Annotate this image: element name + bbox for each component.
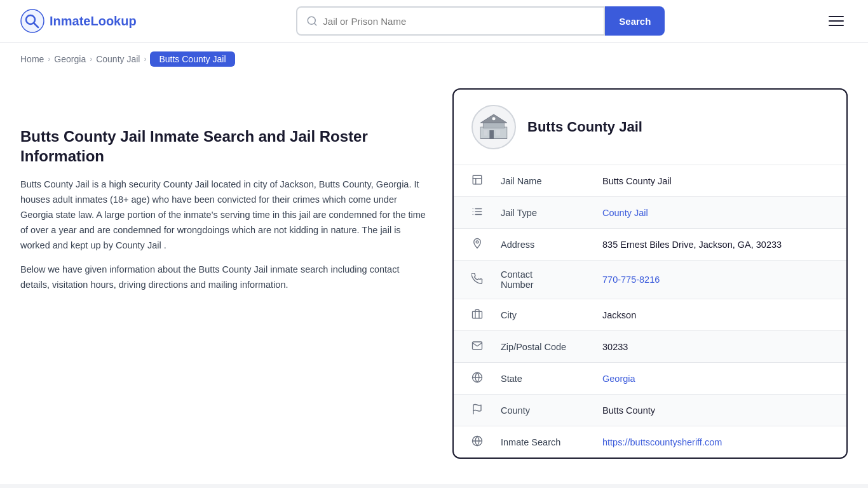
inmate-search-link[interactable]: https://buttscountysheriff.com	[602, 437, 722, 447]
inmate-search-label: Inmate Search	[483, 426, 585, 458]
breadcrumb-current: Butts County Jail	[150, 51, 234, 67]
logo-icon	[20, 9, 44, 33]
header: InmateLookup Search	[0, 0, 868, 43]
svg-rect-8	[489, 130, 494, 139]
info-card-title: Butts County Jail	[527, 119, 642, 135]
flag-icon	[471, 403, 483, 415]
svg-rect-13	[473, 175, 482, 184]
main-container: Butts County Jail Inmate Search and Jail…	[0, 76, 868, 484]
description-paragraph-2: Below we have given information about th…	[20, 262, 427, 293]
table-row: Address 835 Ernest Biles Drive, Jackson,…	[454, 229, 846, 261]
location-icon	[471, 238, 483, 249]
county-label: County	[483, 395, 585, 426]
mail-icon	[471, 340, 483, 351]
breadcrumb-chevron-3: ›	[144, 55, 146, 64]
search-area: Search	[296, 6, 665, 36]
hamburger-line-3	[829, 25, 844, 26]
state-label: State	[483, 363, 585, 395]
address-icon-cell	[454, 229, 483, 261]
svg-point-0	[21, 10, 44, 32]
address-value: 835 Ernest Biles Drive, Jackson, GA, 302…	[585, 229, 846, 261]
breadcrumb-chevron-1: ›	[48, 55, 50, 64]
table-row: State Georgia	[454, 363, 846, 395]
hamburger-line-2	[829, 20, 844, 22]
breadcrumb-county-jail[interactable]: County Jail	[96, 54, 140, 64]
table-row: Zip/Postal Code 30233	[454, 331, 846, 363]
info-card: Butts County Jail Jail Name Butts County…	[452, 88, 848, 459]
county-value: Butts County	[585, 395, 846, 426]
jail-avatar	[471, 105, 516, 149]
city-label: City	[483, 299, 585, 331]
jail-type-link[interactable]: County Jail	[602, 208, 648, 218]
state-value: Georgia	[585, 363, 846, 395]
table-row: Jail Type County Jail	[454, 197, 846, 229]
footer-bar	[0, 484, 868, 488]
svg-rect-6	[483, 123, 504, 128]
jail-type-value: County Jail	[585, 197, 846, 229]
city-icon	[471, 308, 483, 320]
building-icon	[471, 174, 483, 186]
zip-icon-cell	[454, 331, 483, 363]
zip-value: 30233	[585, 331, 846, 363]
phone-link[interactable]: 770-775-8216	[602, 274, 660, 285]
svg-rect-10	[484, 130, 487, 135]
hamburger-line-1	[829, 16, 844, 17]
breadcrumb-georgia[interactable]: Georgia	[54, 54, 86, 64]
contact-label: Contact Number	[483, 261, 585, 299]
courthouse-icon	[478, 111, 510, 143]
inmate-search-value: https://buttscountysheriff.com	[585, 426, 846, 458]
svg-line-4	[315, 23, 316, 25]
svg-rect-9	[496, 130, 500, 135]
web-icon	[471, 435, 483, 447]
info-table: Jail Name Butts County Jail Jail Type	[454, 165, 846, 458]
table-row: Inmate Search https://buttscountysheriff…	[454, 426, 846, 458]
jail-type-icon-cell	[454, 197, 483, 229]
logo-text: InmateLookup	[50, 14, 137, 29]
svg-rect-23	[473, 311, 482, 318]
table-row: Contact Number 770-775-8216	[454, 261, 846, 299]
breadcrumb-chevron-2: ›	[90, 55, 92, 64]
svg-point-22	[476, 241, 478, 243]
logo-link[interactable]: InmateLookup	[20, 9, 137, 33]
inmate-search-icon-cell	[454, 426, 483, 458]
info-card-header: Butts County Jail	[454, 90, 846, 165]
jail-name-label: Jail Name	[483, 165, 585, 197]
zip-label: Zip/Postal Code	[483, 331, 585, 363]
table-row: Jail Name Butts County Jail	[454, 165, 846, 197]
state-link[interactable]: Georgia	[602, 374, 635, 384]
address-label: Address	[483, 229, 585, 261]
page-title: Butts County Jail Inmate Search and Jail…	[20, 126, 427, 166]
city-value: Jackson	[585, 299, 846, 331]
search-wrapper	[296, 6, 605, 36]
globe-icon	[471, 372, 483, 383]
list-icon	[471, 206, 483, 217]
description-paragraph-1: Butts County Jail is a high security Cou…	[20, 177, 427, 254]
table-row: County Butts County	[454, 395, 846, 426]
hamburger-menu-button[interactable]	[825, 12, 848, 30]
left-panel: Butts County Jail Inmate Search and Jail…	[20, 88, 427, 459]
breadcrumb: Home › Georgia › County Jail › Butts Cou…	[0, 43, 868, 76]
breadcrumb-home[interactable]: Home	[20, 54, 44, 64]
jail-name-icon-cell	[454, 165, 483, 197]
county-icon-cell	[454, 395, 483, 426]
jail-name-value: Butts County Jail	[585, 165, 846, 197]
state-icon-cell	[454, 363, 483, 395]
svg-point-11	[492, 117, 496, 120]
search-icon	[306, 15, 318, 27]
city-icon-cell	[454, 299, 483, 331]
search-button[interactable]: Search	[605, 6, 665, 36]
phone-icon-cell	[454, 261, 483, 299]
search-input[interactable]	[323, 16, 595, 27]
right-panel: Butts County Jail Jail Name Butts County…	[452, 88, 848, 459]
phone-icon	[471, 273, 483, 285]
jail-type-label: Jail Type	[483, 197, 585, 229]
contact-value: 770-775-8216	[585, 261, 846, 299]
table-row: City Jackson	[454, 299, 846, 331]
